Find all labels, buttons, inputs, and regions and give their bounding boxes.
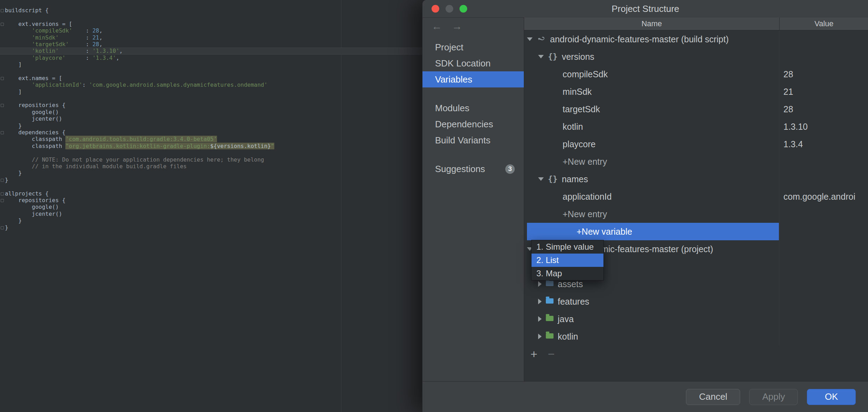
cell-name: {}versions	[524, 52, 779, 62]
zoom-button[interactable]	[460, 5, 467, 13]
fold-marker-icon[interactable]	[1, 226, 4, 229]
dropdown-item[interactable]: 1. Simple value	[531, 240, 603, 254]
ok-button[interactable]: OK	[807, 389, 856, 405]
code-line[interactable]: }	[0, 122, 422, 129]
back-arrow-icon[interactable]: ←	[432, 20, 442, 32]
code-line[interactable]: // in the individual module build.gradle…	[0, 163, 422, 170]
variables-table: android-dynamic-features-master (build s…	[524, 30, 868, 345]
project-structure-dialog: Project Structure ← → ProjectSDK Locatio…	[422, 0, 868, 412]
new-variable-editor[interactable]: +New variable	[527, 223, 779, 240]
column-header-value[interactable]: Value	[780, 17, 868, 30]
fold-marker-icon[interactable]	[1, 77, 4, 80]
cell-name: java	[524, 314, 779, 324]
code-line[interactable]	[0, 95, 422, 102]
folder-icon	[546, 316, 554, 321]
variable-row[interactable]: minSdk21	[524, 83, 868, 100]
variable-row[interactable]: kotlin1.3.10	[524, 118, 868, 135]
fold-marker-icon[interactable]	[1, 199, 4, 202]
code-line[interactable]: 'targetSdk' : 28,	[0, 41, 422, 48]
code-line[interactable]: google()	[0, 204, 422, 210]
variable-row[interactable]: playcore1.3.4	[524, 135, 868, 153]
code-line[interactable]: dependencies {	[0, 129, 422, 136]
forward-arrow-icon[interactable]: →	[452, 20, 462, 32]
sidebar-item-project[interactable]: Project	[422, 39, 524, 55]
expand-icon[interactable]	[538, 316, 542, 322]
variable-row[interactable]: kotlin	[524, 328, 868, 345]
sidebar-item-label: SDK Location	[435, 58, 491, 69]
code-segment: 'compileSdk'	[32, 27, 72, 34]
code-line[interactable]: 'minSdk' : 21,	[0, 34, 422, 41]
code-line[interactable]: }	[0, 177, 422, 183]
code-line[interactable]: 'applicationId': 'com.google.android.sam…	[0, 81, 422, 88]
code-line[interactable]: ext.names = [	[0, 75, 422, 81]
code-line[interactable]: classpath "org.jetbrains.kotlin:kotlin-g…	[0, 143, 422, 149]
variable-row[interactable]: {}names	[524, 170, 868, 188]
cell-value: 1.3.10	[779, 122, 868, 132]
variable-row[interactable]: {}versions	[524, 48, 868, 65]
variable-row[interactable]: compileSdk28	[524, 65, 868, 83]
dropdown-item[interactable]: 3. Map	[531, 267, 603, 280]
variable-row[interactable]: +New entry	[524, 153, 868, 170]
expand-icon[interactable]	[538, 281, 542, 287]
variable-row[interactable]: targetSdk28	[524, 100, 868, 118]
remove-button[interactable]: −	[548, 347, 555, 361]
sidebar-item-build-variants[interactable]: Build Variants	[422, 132, 524, 148]
variable-row[interactable]: +New entry	[524, 205, 868, 223]
expand-icon[interactable]	[538, 299, 542, 304]
variable-row[interactable]: features	[524, 293, 868, 310]
apply-button[interactable]: Apply	[749, 389, 798, 405]
fold-marker-icon[interactable]	[1, 23, 4, 26]
fold-marker-icon[interactable]	[1, 131, 4, 134]
collapse-icon[interactable]	[527, 37, 533, 41]
nav-sidebar: ← → ProjectSDK LocationVariablesModulesD…	[422, 17, 524, 381]
new-variable-row[interactable]: +New variable	[524, 223, 868, 240]
fold-marker-icon[interactable]	[1, 104, 4, 107]
expand-icon[interactable]	[538, 334, 542, 339]
column-header-name[interactable]: Name	[524, 17, 780, 30]
add-button[interactable]: +	[530, 347, 537, 361]
cancel-button[interactable]: Cancel	[686, 389, 740, 405]
dialog-titlebar[interactable]: Project Structure	[422, 0, 868, 18]
sidebar-item-dependencies[interactable]: Dependencies	[422, 116, 524, 132]
code-line[interactable]: 'playcore' : '1.3.4',	[0, 55, 422, 61]
fold-marker-icon[interactable]	[1, 9, 4, 12]
code-editor[interactable]: buildscript { ext.versions = [ 'compileS…	[0, 0, 422, 412]
code-segment: ext.names = [	[5, 75, 62, 81]
code-line[interactable]: 'kotlin' : '1.3.10',	[0, 48, 422, 54]
fold-marker-icon[interactable]	[1, 179, 4, 182]
close-button[interactable]	[432, 5, 439, 13]
dropdown-item[interactable]: 2. List	[531, 254, 603, 267]
code-line[interactable]	[0, 68, 422, 75]
code-line[interactable]: google()	[0, 109, 422, 115]
code-line[interactable]: }	[0, 170, 422, 176]
minimize-button[interactable]	[446, 5, 453, 13]
collapse-icon[interactable]	[538, 177, 544, 181]
sidebar-item-variables[interactable]: Variables	[422, 71, 524, 87]
code-segment: // in the individual module build.gradle…	[5, 163, 187, 170]
sidebar-item-suggestions[interactable]: Suggestions3	[422, 161, 524, 177]
code-line[interactable]: repositories {	[0, 102, 422, 108]
code-line[interactable]: ]	[0, 61, 422, 68]
variable-row[interactable]: android-dynamic-features-master (build s…	[524, 30, 868, 48]
code-line[interactable]: jcenter()	[0, 115, 422, 122]
code-line[interactable]: jcenter()	[0, 211, 422, 217]
code-line[interactable]: ext.versions = [	[0, 21, 422, 27]
code-line[interactable]: repositories {	[0, 197, 422, 204]
code-line[interactable]: }	[0, 217, 422, 224]
variable-row[interactable]: java	[524, 310, 868, 328]
collapse-icon[interactable]	[538, 55, 544, 58]
variable-row[interactable]: applicationIdcom.google.androi	[524, 188, 868, 205]
sidebar-item-sdk-location[interactable]: SDK Location	[422, 55, 524, 71]
code-line[interactable]	[0, 183, 422, 190]
code-line[interactable]	[0, 14, 422, 20]
code-line[interactable]: buildscript {	[0, 7, 422, 14]
code-line[interactable]: classpath 'com.android.tools.build:gradl…	[0, 136, 422, 142]
code-line[interactable]	[0, 149, 422, 156]
fold-marker-icon[interactable]	[1, 192, 4, 196]
code-line[interactable]: allprojects {	[0, 190, 422, 197]
sidebar-item-modules[interactable]: Modules	[422, 100, 524, 116]
code-line[interactable]: }	[0, 224, 422, 231]
code-line[interactable]: 'compileSdk' : 28,	[0, 27, 422, 34]
code-line[interactable]: ]	[0, 88, 422, 95]
code-line[interactable]: // NOTE: Do not place your application d…	[0, 156, 422, 163]
